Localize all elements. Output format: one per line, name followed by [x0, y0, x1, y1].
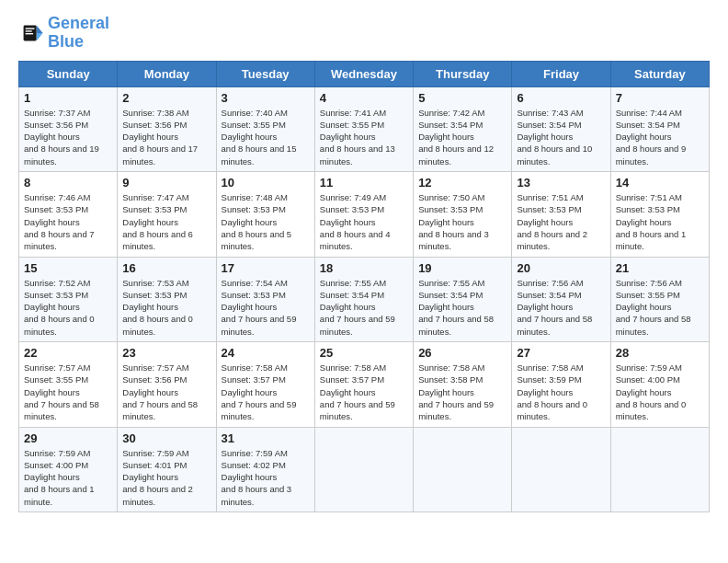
day-info: Sunrise: 7:55 AM Sunset: 3:54 PM Dayligh… [320, 277, 408, 338]
day-cell: 20 Sunrise: 7:56 AM Sunset: 3:54 PM Dayl… [512, 257, 610, 341]
day-number: 13 [517, 176, 605, 190]
day-cell [414, 427, 512, 511]
day-number: 29 [24, 431, 112, 445]
day-info: Sunrise: 7:58 AM Sunset: 3:57 PM Dayligh… [222, 362, 310, 422]
logo-icon [18, 20, 44, 46]
day-info: Sunrise: 7:42 AM Sunset: 3:54 PM Dayligh… [418, 107, 506, 167]
day-cell: 24 Sunrise: 7:58 AM Sunset: 3:57 PM Dayl… [216, 342, 314, 427]
day-cell [512, 427, 610, 511]
day-info: Sunrise: 7:49 AM Sunset: 3:53 PM Dayligh… [320, 191, 408, 252]
svg-marker-1 [37, 33, 43, 40]
day-number: 22 [24, 346, 112, 360]
day-cell: 26 Sunrise: 7:58 AM Sunset: 3:58 PM Dayl… [414, 342, 512, 427]
day-cell: 8 Sunrise: 7:46 AM Sunset: 3:53 PM Dayli… [19, 172, 118, 257]
day-number: 4 [320, 91, 408, 105]
day-info: Sunrise: 7:44 AM Sunset: 3:54 PM Dayligh… [616, 107, 704, 167]
day-cell: 14 Sunrise: 7:51 AM Sunset: 3:53 PM Dayl… [610, 172, 709, 257]
logo: General Blue [18, 15, 109, 52]
day-cell: 9 Sunrise: 7:47 AM Sunset: 3:53 PM Dayli… [118, 172, 216, 257]
day-number: 8 [24, 176, 112, 190]
day-number: 24 [222, 346, 310, 360]
day-cell: 1 Sunrise: 7:37 AM Sunset: 3:56 PM Dayli… [19, 86, 118, 171]
day-info: Sunrise: 7:56 AM Sunset: 3:54 PM Dayligh… [517, 277, 605, 338]
week-row-3: 15 Sunrise: 7:52 AM Sunset: 3:53 PM Dayl… [19, 257, 710, 341]
week-row-2: 8 Sunrise: 7:46 AM Sunset: 3:53 PM Dayli… [19, 172, 710, 257]
day-number: 31 [222, 431, 310, 445]
day-info: Sunrise: 7:54 AM Sunset: 3:53 PM Dayligh… [222, 277, 310, 338]
day-cell: 13 Sunrise: 7:51 AM Sunset: 3:53 PM Dayl… [512, 172, 610, 257]
svg-marker-0 [37, 25, 43, 32]
weekday-thursday: Thursday [414, 61, 512, 86]
day-number: 6 [517, 91, 605, 105]
day-info: Sunrise: 7:57 AM Sunset: 3:55 PM Dayligh… [24, 362, 112, 422]
day-cell [314, 427, 413, 511]
svg-rect-4 [26, 30, 32, 31]
calendar-body: 1 Sunrise: 7:37 AM Sunset: 3:56 PM Dayli… [19, 86, 710, 511]
day-info: Sunrise: 7:55 AM Sunset: 3:54 PM Dayligh… [418, 277, 506, 338]
day-info: Sunrise: 7:51 AM Sunset: 3:53 PM Dayligh… [517, 191, 605, 252]
day-number: 30 [122, 431, 210, 445]
day-cell: 5 Sunrise: 7:42 AM Sunset: 3:54 PM Dayli… [414, 86, 512, 171]
day-cell: 21 Sunrise: 7:56 AM Sunset: 3:55 PM Dayl… [610, 257, 709, 341]
day-cell: 11 Sunrise: 7:49 AM Sunset: 3:53 PM Dayl… [314, 172, 413, 257]
day-number: 7 [616, 91, 704, 105]
day-number: 28 [616, 346, 704, 360]
day-number: 1 [24, 91, 112, 105]
day-cell: 6 Sunrise: 7:43 AM Sunset: 3:54 PM Dayli… [512, 86, 610, 171]
day-cell: 15 Sunrise: 7:52 AM Sunset: 3:53 PM Dayl… [19, 257, 118, 341]
day-info: Sunrise: 7:59 AM Sunset: 4:01 PM Dayligh… [122, 447, 210, 508]
svg-rect-3 [26, 28, 35, 29]
day-info: Sunrise: 7:48 AM Sunset: 3:53 PM Dayligh… [222, 191, 310, 252]
day-number: 3 [222, 91, 310, 105]
day-info: Sunrise: 7:58 AM Sunset: 3:57 PM Dayligh… [320, 362, 408, 422]
day-number: 19 [418, 261, 506, 275]
weekday-friday: Friday [512, 61, 610, 86]
day-number: 2 [122, 91, 210, 105]
day-number: 20 [517, 261, 605, 275]
day-number: 15 [24, 261, 112, 275]
day-info: Sunrise: 7:40 AM Sunset: 3:55 PM Dayligh… [222, 107, 310, 167]
day-cell: 3 Sunrise: 7:40 AM Sunset: 3:55 PM Dayli… [216, 86, 314, 171]
week-row-4: 22 Sunrise: 7:57 AM Sunset: 3:55 PM Dayl… [19, 342, 710, 427]
weekday-header-row: SundayMondayTuesdayWednesdayThursdayFrid… [19, 61, 710, 86]
day-info: Sunrise: 7:43 AM Sunset: 3:54 PM Dayligh… [517, 107, 605, 167]
day-cell [610, 427, 709, 511]
day-info: Sunrise: 7:51 AM Sunset: 3:53 PM Dayligh… [616, 191, 704, 252]
weekday-monday: Monday [118, 61, 216, 86]
day-info: Sunrise: 7:38 AM Sunset: 3:56 PM Dayligh… [122, 107, 210, 167]
weekday-saturday: Saturday [610, 61, 709, 86]
calendar-table: SundayMondayTuesdayWednesdayThursdayFrid… [18, 61, 710, 512]
day-number: 5 [418, 91, 506, 105]
day-info: Sunrise: 7:50 AM Sunset: 3:53 PM Dayligh… [418, 191, 506, 252]
day-cell: 7 Sunrise: 7:44 AM Sunset: 3:54 PM Dayli… [610, 86, 709, 171]
day-number: 27 [517, 346, 605, 360]
logo-line2: Blue [48, 33, 109, 52]
day-cell: 29 Sunrise: 7:59 AM Sunset: 4:00 PM Dayl… [19, 427, 118, 511]
logo-line1: General [48, 15, 109, 33]
day-number: 25 [320, 346, 408, 360]
week-row-1: 1 Sunrise: 7:37 AM Sunset: 3:56 PM Dayli… [19, 86, 710, 171]
day-cell: 4 Sunrise: 7:41 AM Sunset: 3:55 PM Dayli… [314, 86, 413, 171]
day-info: Sunrise: 7:47 AM Sunset: 3:53 PM Dayligh… [122, 191, 210, 252]
weekday-sunday: Sunday [19, 61, 118, 86]
day-info: Sunrise: 7:58 AM Sunset: 3:58 PM Dayligh… [418, 362, 506, 422]
day-number: 23 [122, 346, 210, 360]
day-cell: 19 Sunrise: 7:55 AM Sunset: 3:54 PM Dayl… [414, 257, 512, 341]
day-cell: 18 Sunrise: 7:55 AM Sunset: 3:54 PM Dayl… [314, 257, 413, 341]
day-cell: 17 Sunrise: 7:54 AM Sunset: 3:53 PM Dayl… [216, 257, 314, 341]
day-cell: 31 Sunrise: 7:59 AM Sunset: 4:02 PM Dayl… [216, 427, 314, 511]
day-number: 21 [616, 261, 704, 275]
day-info: Sunrise: 7:59 AM Sunset: 4:00 PM Dayligh… [24, 447, 112, 508]
day-number: 18 [320, 261, 408, 275]
day-cell: 27 Sunrise: 7:58 AM Sunset: 3:59 PM Dayl… [512, 342, 610, 427]
day-number: 10 [222, 176, 310, 190]
day-number: 26 [418, 346, 506, 360]
day-cell: 12 Sunrise: 7:50 AM Sunset: 3:53 PM Dayl… [414, 172, 512, 257]
day-info: Sunrise: 7:57 AM Sunset: 3:56 PM Dayligh… [122, 362, 210, 422]
svg-rect-5 [26, 33, 33, 34]
day-cell: 22 Sunrise: 7:57 AM Sunset: 3:55 PM Dayl… [19, 342, 118, 427]
day-info: Sunrise: 7:52 AM Sunset: 3:53 PM Dayligh… [24, 277, 112, 338]
day-info: Sunrise: 7:46 AM Sunset: 3:53 PM Dayligh… [24, 191, 112, 252]
day-cell: 25 Sunrise: 7:58 AM Sunset: 3:57 PM Dayl… [314, 342, 413, 427]
day-cell: 30 Sunrise: 7:59 AM Sunset: 4:01 PM Dayl… [118, 427, 216, 511]
